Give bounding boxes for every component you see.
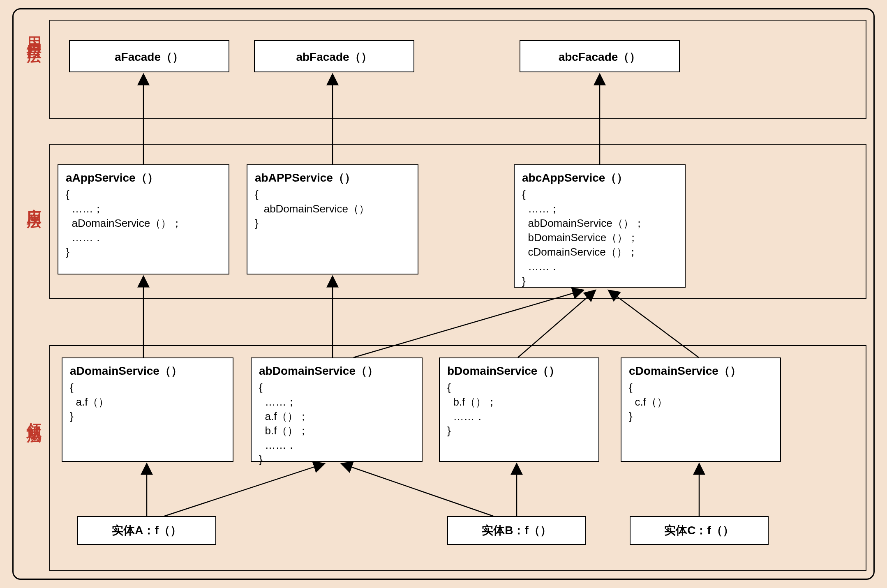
layer-domain-label: 领域层 (24, 411, 44, 421)
domainservice-c-box: cDomainService（） { c.f（） } (621, 357, 781, 462)
appservice-abc-body: { ……； abDomainService（）； bDomainService（… (515, 187, 685, 293)
entity-a-box: 实体A：f（） (77, 516, 216, 545)
appservice-abc-title: abcAppService（） (515, 165, 685, 187)
appservice-a-title: aAppService（） (58, 165, 229, 187)
domainservice-a-box: aDomainService（） { a.f（） } (62, 357, 233, 462)
domainservice-a-title: aDomainService（） (62, 358, 233, 380)
entity-b-label: 实体B：f（） (482, 524, 552, 537)
facade-abc-title: abcFacade（） (520, 41, 679, 73)
entity-c-label: 实体C：f（） (664, 524, 734, 537)
appservice-ab-box: abAPPService（） { abDomainService（） } (247, 164, 418, 274)
appservice-a-box: aAppService（） { ……； aDomainService（）； ……… (58, 164, 229, 274)
entity-b-box: 实体B：f（） (447, 516, 586, 545)
domainservice-c-body: { c.f（） } (621, 380, 780, 429)
domainservice-a-body: { a.f（） } (62, 380, 233, 429)
entity-c-box: 实体C：f（） (630, 516, 769, 545)
domainservice-b-title: bDomainService（） (440, 358, 598, 380)
facade-ab-box: abFacade（） (254, 40, 414, 72)
appservice-ab-body: { abDomainService（） } (247, 187, 418, 235)
domainservice-b-body: { b.f（）； ……． } (440, 380, 598, 443)
facade-a-title: aFacade（） (70, 41, 229, 73)
facade-a-box: aFacade（） (69, 40, 229, 72)
layer-app-label: 应用层 (24, 196, 44, 206)
appservice-a-body: { ……； aDomainService（）； ……． } (58, 187, 229, 264)
domainservice-b-box: bDomainService（） { b.f（）； ……． } (439, 357, 599, 462)
domainservice-c-title: cDomainService（） (621, 358, 780, 380)
entity-a-label: 实体A：f（） (112, 524, 182, 537)
domainservice-ab-body: { ……； a.f（）； b.f（）； ……． } (252, 380, 422, 472)
facade-abc-box: abcFacade（） (520, 40, 680, 72)
facade-ab-title: abFacade（） (255, 41, 413, 73)
layer-ui-label: 用户接口层 (24, 25, 44, 41)
domainservice-ab-title: abDomainService（） (252, 358, 422, 380)
appservice-ab-title: abAPPService（） (247, 165, 418, 187)
appservice-abc-box: abcAppService（） { ……； abDomainService（）；… (514, 164, 686, 288)
domainservice-ab-box: abDomainService（） { ……； a.f（）； b.f（）； ……… (251, 357, 423, 462)
